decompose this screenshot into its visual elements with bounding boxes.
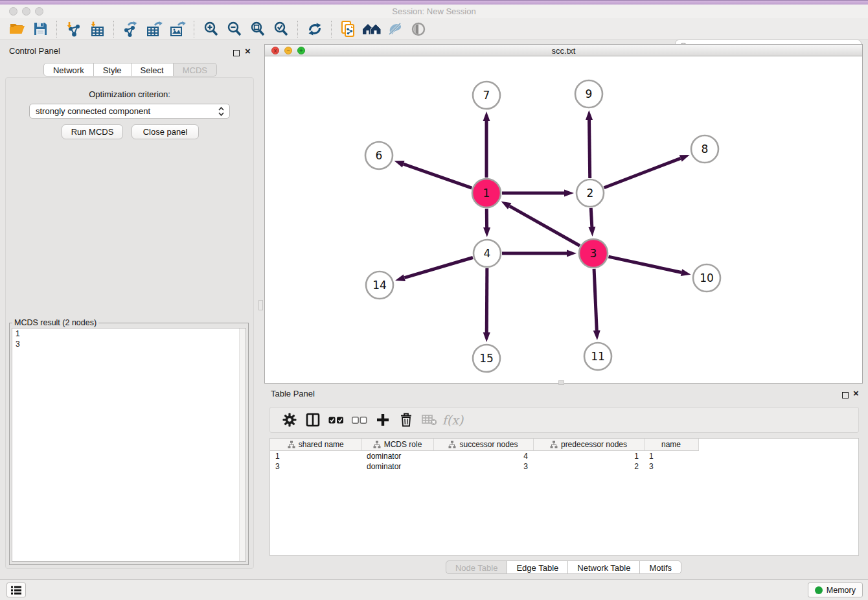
graph-edge[interactable]	[608, 257, 681, 272]
network-graph: 7968124314101511	[265, 56, 862, 383]
tab-network[interactable]: Network	[43, 63, 94, 76]
function-builder-button[interactable]: f(x)	[441, 410, 464, 430]
copy-network-icon	[341, 21, 356, 38]
network-export-icon	[123, 21, 139, 37]
zoom-in-button[interactable]	[200, 19, 223, 39]
contrast-circle-icon	[411, 22, 426, 36]
table-import-icon	[89, 21, 105, 37]
duplicate-network-button[interactable]	[337, 19, 360, 39]
table-cell[interactable]: 2	[533, 461, 644, 472]
close-panel-button[interactable]: Close panel	[131, 124, 199, 139]
export-network-button[interactable]	[119, 19, 143, 39]
graphics-details-button[interactable]	[407, 19, 430, 39]
toolbar-separator	[297, 21, 299, 38]
graph-edge[interactable]	[510, 206, 580, 246]
delete-button[interactable]	[394, 410, 418, 430]
export-table-button[interactable]	[143, 19, 166, 39]
node-label: 1	[483, 187, 490, 200]
unchecked-pair-icon	[352, 417, 367, 424]
splitter-handle[interactable]	[558, 380, 564, 385]
table-cell[interactable]: dominator	[361, 461, 433, 472]
node-label: 15	[479, 352, 494, 365]
edge-arrowhead	[681, 269, 691, 276]
main-toolbar	[0, 18, 868, 40]
splitter-handle[interactable]	[258, 300, 263, 310]
plus-icon	[376, 413, 389, 426]
first-neighbors-button[interactable]	[360, 19, 383, 39]
table-cell[interactable]: 3	[270, 461, 361, 472]
mcds-result-list[interactable]: 1 3	[12, 328, 246, 562]
control-panel-close-button[interactable]: ×	[245, 45, 251, 57]
criterion-select[interactable]: strongly connected component	[29, 104, 230, 119]
table-cell[interactable]: dominator	[361, 451, 433, 462]
table-cell[interactable]: 1	[533, 451, 644, 462]
titlebar: Session: New Session	[0, 5, 868, 18]
table-row[interactable]: 1dominator411	[270, 451, 698, 462]
hide-selected-button[interactable]	[383, 19, 407, 39]
task-history-button[interactable]	[6, 583, 26, 597]
node-label: 7	[483, 89, 490, 102]
table-panel-tabs: Node Table Edge Table Network Table Moti…	[264, 560, 863, 574]
control-panel-float-button[interactable]	[233, 47, 240, 59]
table-panel-close-button[interactable]: ×	[853, 387, 859, 399]
table-cell[interactable]: 1	[270, 451, 361, 462]
table-options-button[interactable]	[278, 410, 301, 430]
node-label: 4	[484, 247, 491, 260]
network-window-titlebar[interactable]: x – + scc.txt	[265, 45, 862, 56]
application-window: Session: New Session	[0, 0, 868, 600]
column-header-name[interactable]: name	[644, 439, 698, 451]
node-label: 6	[376, 149, 383, 162]
table-export-icon	[146, 21, 163, 37]
run-mcds-button[interactable]: Run MCDS	[62, 124, 123, 139]
column-header-shared-name[interactable]: shared name	[270, 439, 361, 451]
scrollbar-track[interactable]	[239, 329, 246, 561]
tab-style[interactable]: Style	[93, 63, 131, 76]
node-table[interactable]: shared nameMCDS rolesuccessor nodesprede…	[269, 438, 859, 556]
import-network-button[interactable]	[62, 19, 86, 39]
table-panel-float-button[interactable]	[842, 389, 849, 401]
column-header-successor-nodes[interactable]: successor nodes	[433, 439, 533, 451]
graph-edge[interactable]	[604, 158, 680, 187]
graph-edge[interactable]	[594, 269, 597, 330]
deselect-all-button[interactable]	[348, 410, 371, 430]
memory-button[interactable]: Memory	[808, 583, 863, 597]
table-row[interactable]: 3dominator323	[270, 461, 698, 472]
graph-edge[interactable]	[404, 258, 473, 278]
network-canvas[interactable]: 7968124314101511	[265, 56, 862, 383]
select-all-button[interactable]	[325, 410, 348, 430]
tab-mcds[interactable]: MCDS	[173, 63, 217, 76]
tab-network-table[interactable]: Network Table	[567, 560, 640, 574]
criterion-value: strongly connected component	[36, 106, 150, 116]
delete-table-button[interactable]	[418, 410, 441, 430]
show-column-button[interactable]	[301, 410, 325, 430]
export-image-button[interactable]	[166, 19, 189, 39]
toolbar-separator	[113, 21, 115, 38]
column-header-predecessor-nodes[interactable]: predecessor nodes	[533, 439, 644, 451]
column-label: successor nodes	[459, 440, 518, 449]
graph-edge[interactable]	[589, 120, 590, 178]
table-cell[interactable]: 1	[644, 451, 698, 462]
table-cell[interactable]: 3	[644, 461, 698, 472]
graph-edge[interactable]	[404, 164, 472, 188]
table-cell[interactable]: 4	[433, 451, 533, 462]
list-icon	[11, 586, 21, 595]
add-button[interactable]	[371, 410, 394, 430]
save-session-button[interactable]	[29, 19, 52, 39]
zoom-out-button[interactable]	[223, 19, 246, 39]
mcds-result-title: MCDS result (2 nodes)	[12, 318, 98, 327]
tab-edge-table[interactable]: Edge Table	[507, 560, 568, 574]
table-cell[interactable]: 3	[433, 461, 533, 472]
tab-motifs[interactable]: Motifs	[639, 560, 681, 574]
column-header-MCDS-role[interactable]: MCDS role	[361, 439, 433, 451]
open-session-button[interactable]	[5, 19, 29, 39]
control-panel-title: Control Panel	[9, 46, 60, 56]
tab-select[interactable]: Select	[131, 63, 174, 76]
tab-node-table[interactable]: Node Table	[446, 560, 508, 574]
graph-edge[interactable]	[486, 268, 487, 332]
edge-arrowhead	[586, 110, 593, 120]
graph-edge[interactable]	[591, 208, 592, 227]
import-table-button[interactable]	[86, 19, 109, 39]
zoom-fit-button[interactable]	[246, 19, 269, 39]
zoom-selected-button[interactable]	[269, 19, 293, 39]
apply-layout-button[interactable]	[303, 19, 326, 39]
